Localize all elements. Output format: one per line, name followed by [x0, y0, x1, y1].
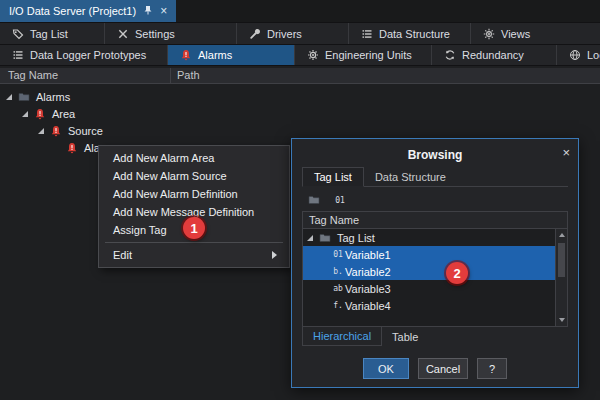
menu-item-label: Add New Alarm Area [113, 149, 215, 167]
wrench-icon [249, 28, 261, 40]
tab-data-logger-prototypes[interactable]: Data Logger Prototypes [0, 45, 168, 65]
tab-label: Alarms [198, 49, 232, 61]
ribbon-row-1: Tag List Settings Drivers Data Structure… [0, 22, 600, 44]
menu-item-label: Add New Message Definition [113, 203, 254, 221]
alarm-bell-icon [50, 125, 62, 137]
folder-icon [319, 232, 331, 244]
expander-icon[interactable] [22, 111, 28, 117]
tree-row[interactable]: Area [0, 105, 600, 122]
tag-type-glyph: 01 [333, 196, 347, 205]
list-row-label: Variable4 [345, 300, 391, 312]
alarm-bell-icon [34, 108, 46, 120]
step-badge-1: 1 [183, 217, 205, 239]
document-tab[interactable]: I/O Data Server (Project1) × [0, 0, 176, 22]
scrollbar-thumb[interactable] [558, 243, 565, 277]
pin-icon[interactable] [143, 5, 153, 17]
tab-engineering-units[interactable]: Engineering Units [295, 45, 432, 65]
folder-icon[interactable] [304, 192, 324, 209]
eye-icon [483, 28, 495, 40]
expander-icon[interactable] [6, 94, 12, 100]
tab-label: Views [501, 28, 530, 40]
list-row-label: Variable2 [345, 266, 391, 278]
expander-icon[interactable] [307, 235, 313, 241]
tree-row[interactable]: Alarms [0, 88, 600, 105]
browsing-dialog: Browsing × Tag List Data Structure 01 Ta… [291, 138, 579, 388]
menu-item-label: Add New Alarm Definition [113, 185, 238, 203]
tab-localization[interactable]: Loca [557, 45, 600, 65]
list-row-tag-list-folder[interactable]: Tag List [303, 229, 555, 246]
tab-label: Data Structure [379, 28, 450, 40]
dialog-toolbar: 01 [302, 187, 568, 211]
expander-icon[interactable] [38, 128, 44, 134]
dialog-tabs: Tag List Data Structure [302, 165, 568, 187]
list-row-variable[interactable]: b. Variable2 [303, 263, 555, 280]
list-column-header[interactable]: Tag Name [303, 212, 567, 229]
context-menu: Add New Alarm Area Add New Alarm Source … [98, 145, 290, 268]
column-header-path[interactable]: Path [170, 68, 600, 83]
ribbon-row-2: Data Logger Prototypes Alarms Engineerin… [0, 44, 600, 66]
variable-type-icon: ab [331, 284, 345, 293]
globe-icon [569, 49, 581, 61]
help-button[interactable]: ? [477, 358, 507, 379]
tab-label: Redundancy [462, 49, 524, 61]
app-window: I/O Data Server (Project1) × Tag List Se… [0, 0, 600, 400]
menu-item-add-new-alarm-area[interactable]: Add New Alarm Area [99, 149, 289, 167]
close-icon[interactable]: × [160, 5, 167, 17]
tree-row-label: Alarms [36, 91, 70, 103]
tab-drivers[interactable]: Drivers [237, 23, 349, 44]
submenu-arrow-icon [272, 251, 277, 259]
list-row-variable[interactable]: 01 Variable1 [303, 246, 555, 263]
alarm-bell-icon [66, 142, 78, 154]
list-row-variable[interactable]: f. Variable4 [303, 297, 555, 314]
tab-label: Engineering Units [325, 49, 412, 61]
tab-label: Drivers [267, 28, 302, 40]
menu-item-edit[interactable]: Edit [99, 246, 289, 264]
tab-label: Data Logger Prototypes [30, 49, 146, 61]
menu-item-label: Assign Tag [113, 221, 167, 239]
dialog-close-icon[interactable]: × [562, 145, 570, 160]
list-icon [361, 28, 373, 40]
menu-item-label: Edit [113, 246, 132, 264]
tab-label: Loca [587, 49, 600, 61]
tab-tag-list[interactable]: Tag List [0, 23, 105, 44]
menu-item-add-new-alarm-source[interactable]: Add New Alarm Source [99, 167, 289, 185]
tree-row-label: Area [52, 108, 75, 120]
menu-item-label: Add New Alarm Source [113, 167, 227, 185]
list-row-variable[interactable]: ab Variable3 [303, 280, 555, 297]
tag-icon [12, 28, 24, 40]
dialog-tab-data-structure[interactable]: Data Structure [364, 168, 457, 186]
view-tab-hierarchical[interactable]: Hierarchical [302, 327, 382, 346]
list-row-label: Tag List [337, 232, 375, 244]
ok-button[interactable]: OK [363, 358, 409, 379]
window-title: I/O Data Server (Project1) [9, 5, 136, 17]
step-badge-2: 2 [446, 262, 468, 284]
tab-alarms[interactable]: Alarms [168, 45, 295, 65]
variable-type-icon: 01 [331, 250, 345, 259]
tab-label: Tag List [30, 28, 68, 40]
tree-row[interactable]: Source [0, 122, 600, 139]
gear-icon [307, 49, 319, 61]
dialog-titlebar[interactable]: Browsing × [302, 145, 568, 165]
tab-redundancy[interactable]: Redundancy [432, 45, 557, 65]
titlebar: I/O Data Server (Project1) × [0, 0, 600, 22]
tab-data-structure[interactable]: Data Structure [349, 23, 471, 44]
scroll-down-icon[interactable] [556, 314, 567, 326]
tab-label: Settings [135, 28, 175, 40]
tab-settings[interactable]: Settings [105, 23, 237, 44]
view-mode-tabs: Hierarchical Table [302, 327, 568, 346]
redundancy-arrows-icon [444, 49, 456, 61]
view-tab-table[interactable]: Table [382, 327, 428, 346]
column-header-tag-name[interactable]: Tag Name [0, 68, 170, 83]
tag-type-icon[interactable]: 01 [330, 192, 350, 209]
tag-browser-list: Tag Name Tag List 01 Variable1 b. Variab… [302, 211, 568, 327]
tab-views[interactable]: Views [471, 23, 600, 44]
dialog-tab-tag-list[interactable]: Tag List [302, 167, 364, 187]
grid-header: Tag Name Path [0, 68, 600, 84]
vertical-scrollbar[interactable] [555, 229, 567, 326]
cancel-button[interactable]: Cancel [418, 358, 468, 379]
list-row-label: Variable3 [345, 283, 391, 295]
menu-item-add-new-alarm-definition[interactable]: Add New Alarm Definition [99, 185, 289, 203]
dialog-buttons: OK Cancel ? [302, 358, 568, 379]
tree-row-label: Source [68, 125, 103, 137]
scroll-up-icon[interactable] [556, 229, 567, 241]
